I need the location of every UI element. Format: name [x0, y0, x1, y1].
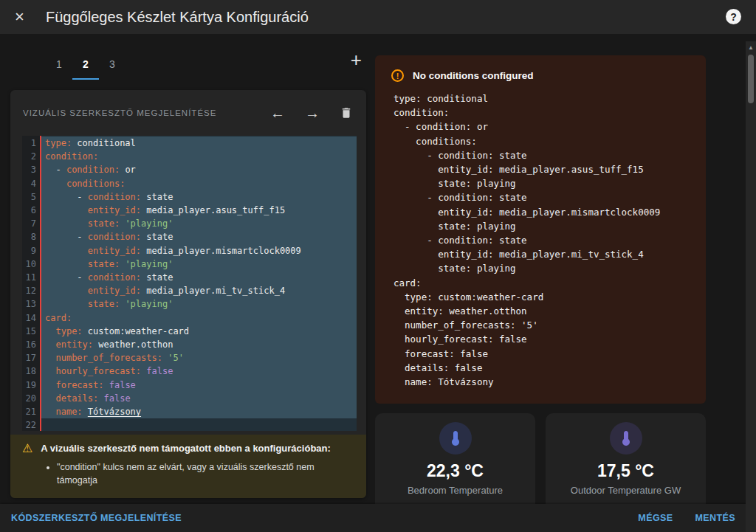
- move-left-icon[interactable]: ←: [270, 106, 285, 120]
- show-visual-editor-label[interactable]: VIZUÁLIS SZERKESZTŐ MEGJELENÍTÉSE: [23, 108, 216, 117]
- tab-3[interactable]: 3: [99, 48, 126, 80]
- sensor-card-bedroom: 22,3 °C Bedroom Temperature: [375, 413, 535, 511]
- show-code-editor-button[interactable]: KÓDSZERKESZTŐ MEGJELENÍTÉSE: [11, 513, 182, 523]
- thermometer-icon: [439, 422, 472, 455]
- yaml-code-editor[interactable]: 12345678910111213141516171819202122 type…: [22, 136, 357, 431]
- sensor-label: Bedroom Temperature: [375, 485, 535, 496]
- dialog-footer: KÓDSZERKESZTŐ MEGJELENÍTÉSE MÉGSE MENTÉS: [0, 504, 756, 532]
- code-lines[interactable]: type: conditionalcondition: - condition:…: [41, 136, 357, 431]
- dialog-header: × Függőleges Készlet Kártya Konfiguráció…: [0, 0, 756, 34]
- help-icon[interactable]: ?: [726, 9, 741, 24]
- preview-error-title: No conditions configured: [413, 70, 534, 81]
- add-card-icon[interactable]: +: [351, 50, 362, 69]
- warning-triangle-icon: ⚠: [22, 442, 32, 455]
- sensor-value: 22,3 °C: [375, 461, 535, 481]
- close-icon[interactable]: ×: [15, 9, 35, 25]
- warning-list: "condition" kulcs nem az elvárt, vagy a …: [22, 460, 354, 487]
- scrollbar-thumb[interactable]: [748, 55, 754, 103]
- editor-column: 1 2 3 + VIZUÁLIS SZERKESZTŐ MEGJELENÍTÉS…: [10, 41, 366, 498]
- tab-2[interactable]: 2: [72, 48, 99, 80]
- preview-column: ! No conditions configured type: conditi…: [375, 44, 706, 511]
- cancel-button[interactable]: MÉGSE: [638, 513, 673, 523]
- warning-item: "condition" kulcs nem az elvárt, vagy a …: [57, 460, 354, 487]
- thermometer-icon: [610, 422, 642, 455]
- sensor-preview-row: 22,3 °C Bedroom Temperature 17,5 °C Outd…: [375, 413, 706, 511]
- alert-circle-icon: !: [391, 69, 404, 82]
- preview-yaml-text: type: conditional condition: - condition…: [394, 91, 690, 389]
- vertical-scrollbar[interactable]: ▲: [746, 41, 756, 532]
- visual-editor-warning: ⚠ A vizuális szerkesztő nem támogatott e…: [10, 435, 366, 498]
- editor-header: VIZUÁLIS SZERKESZTŐ MEGJELENÍTÉSE ← →: [10, 90, 366, 136]
- card-config-dialog: × Függőleges Készlet Kártya Konfiguráció…: [0, 0, 756, 532]
- line-numbers: 12345678910111213141516171819202122: [22, 136, 41, 431]
- card-tabs: 1 2 3 +: [10, 41, 366, 80]
- tab-1[interactable]: 1: [46, 48, 72, 80]
- delete-icon[interactable]: [340, 106, 353, 120]
- save-button[interactable]: MENTÉS: [695, 513, 736, 523]
- code-editor-card: VIZUÁLIS SZERKESZTŐ MEGJELENÍTÉSE ← → 12…: [10, 90, 366, 498]
- move-right-icon[interactable]: →: [305, 106, 320, 120]
- editor-actions: ← →: [270, 106, 353, 120]
- scrollbar-up-icon[interactable]: ▲: [746, 41, 756, 51]
- preview-error-card: ! No conditions configured type: conditi…: [375, 55, 706, 404]
- sensor-value: 17,5 °C: [546, 461, 706, 481]
- dialog-title: Függőleges Készlet Kártya Konfiguráció: [46, 9, 309, 26]
- sensor-card-outdoor: 17,5 °C Outdoor Temperature GW: [546, 413, 706, 511]
- sensor-label: Outdoor Temperature GW: [546, 485, 706, 496]
- warning-title: A vizuális szerkesztő nem támogatott ebb…: [41, 442, 330, 455]
